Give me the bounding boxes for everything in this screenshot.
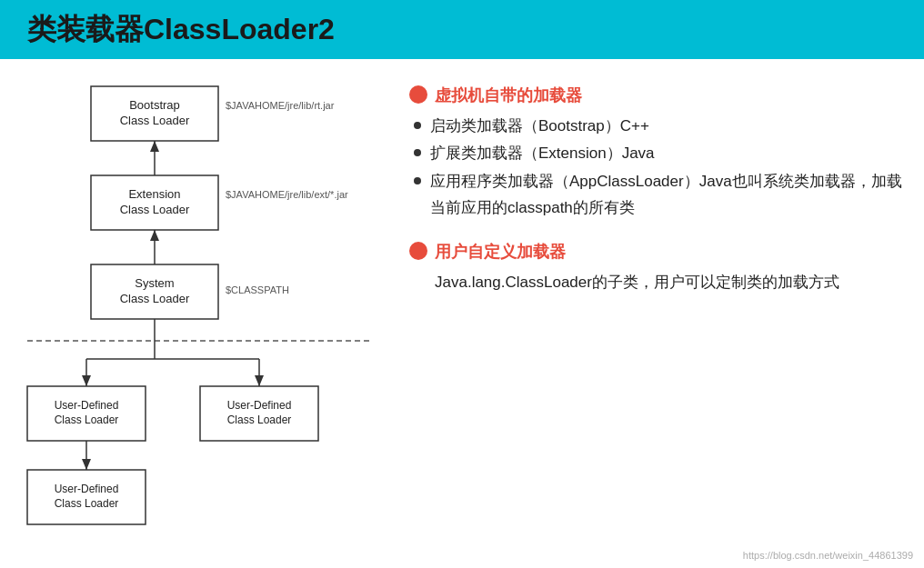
item3-bullet: 应用程序类加载器（AppClassLoader）Java也叫系统类加载器，加载当… bbox=[409, 169, 906, 222]
section2: 用户自定义加载器 Java.lang.ClassLoader的子类，用户可以定制… bbox=[409, 238, 906, 294]
sub-dot-2 bbox=[414, 149, 421, 156]
section1-header-item: 虚拟机自带的加载器 bbox=[409, 82, 906, 110]
section2-header: 用户自定义加载器 bbox=[435, 238, 566, 266]
item2-text: 扩展类加载器（Extension）Java bbox=[430, 141, 655, 167]
classloader-diagram: Bootstrap Class Loader $JAVAHOME/jre/lib… bbox=[18, 77, 400, 559]
svg-text:Class Loader: Class Loader bbox=[55, 414, 119, 426]
bullet-dot-1 bbox=[409, 85, 427, 104]
content-area: Bootstrap Class Loader $JAVAHOME/jre/lib… bbox=[0, 59, 924, 568]
svg-text:System: System bbox=[135, 276, 174, 290]
title-bar: 类装载器ClassLoader2 bbox=[0, 0, 924, 59]
section1-header: 虚拟机自带的加载器 bbox=[435, 82, 582, 110]
svg-text:Class Loader: Class Loader bbox=[120, 114, 190, 127]
svg-marker-30 bbox=[82, 459, 91, 470]
svg-text:User-Defined: User-Defined bbox=[55, 483, 119, 495]
diagram-area: Bootstrap Class Loader $JAVAHOME/jre/lib… bbox=[0, 68, 400, 568]
svg-text:Class Loader: Class Loader bbox=[120, 292, 190, 305]
item1-bullet: 启动类加载器（Bootstrap）C++ bbox=[409, 114, 906, 140]
section2-body: Java.lang.ClassLoader的子类，用户可以定制类的加载方式 bbox=[435, 270, 906, 294]
svg-text:User-Defined: User-Defined bbox=[55, 399, 119, 412]
svg-marker-11 bbox=[150, 230, 159, 241]
sub-dot-3 bbox=[414, 177, 421, 184]
sub-dot-1 bbox=[414, 122, 421, 129]
slide: 类装载器ClassLoader2 Bootstrap Class Loader … bbox=[0, 0, 924, 568]
svg-text:$JAVAHOME/jre/lib/rt.jar: $JAVAHOME/jre/lib/rt.jar bbox=[226, 100, 335, 111]
svg-text:$CLASSPATH: $CLASSPATH bbox=[226, 284, 289, 295]
svg-text:Class Loader: Class Loader bbox=[55, 497, 119, 510]
svg-marker-22 bbox=[255, 375, 264, 386]
bullet-dot-2 bbox=[409, 242, 427, 260]
section1: 虚拟机自带的加载器 启动类加载器（Bootstrap）C++ 扩展类加载器（Ex… bbox=[409, 82, 906, 222]
svg-text:Bootstrap: Bootstrap bbox=[129, 98, 180, 112]
svg-text:Class Loader: Class Loader bbox=[227, 414, 292, 426]
svg-text:Class Loader: Class Loader bbox=[120, 203, 190, 216]
item2-bullet: 扩展类加载器（Extension）Java bbox=[409, 141, 906, 167]
section2-header-item: 用户自定义加载器 bbox=[409, 238, 906, 266]
svg-text:User-Defined: User-Defined bbox=[227, 399, 292, 412]
watermark: https://blog.csdn.net/weixin_44861399 bbox=[743, 550, 913, 561]
corner-decoration bbox=[897, 0, 924, 27]
svg-marker-5 bbox=[150, 141, 159, 152]
slide-title: 类装载器ClassLoader2 bbox=[27, 10, 335, 50]
svg-text:Extension: Extension bbox=[128, 187, 180, 201]
item3-text: 应用程序类加载器（AppClassLoader）Java也叫系统类加载器，加载当… bbox=[430, 169, 906, 222]
svg-text:$JAVAHOME/jre/lib/ext/*.jar: $JAVAHOME/jre/lib/ext/*.jar bbox=[226, 189, 348, 200]
text-content-area: 虚拟机自带的加载器 启动类加载器（Bootstrap）C++ 扩展类加载器（Ex… bbox=[400, 68, 924, 568]
item1-text: 启动类加载器（Bootstrap）C++ bbox=[430, 114, 649, 140]
svg-marker-20 bbox=[82, 375, 91, 386]
